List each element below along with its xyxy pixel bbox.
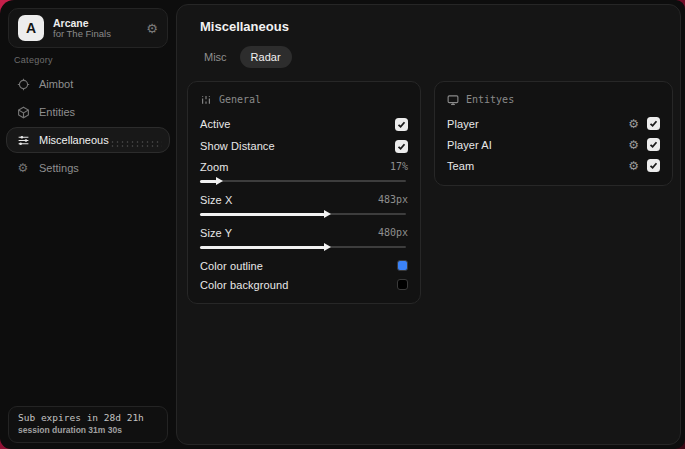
brand-gear-icon[interactable]: ⚙ [146,22,158,35]
setting-row-zoom: Zoom 17% [200,157,408,187]
setting-label: Show Distance [200,140,275,152]
setting-row-color-outline: Color outline [200,256,408,275]
subscription-status-card: Sub expires in 28d 21h session duration … [8,406,168,443]
entity-gear-icon[interactable]: ⚙ [628,139,639,151]
brand-logo: A [18,15,44,41]
color-background-swatch[interactable] [397,279,408,290]
entity-row-player: Player ⚙ [447,113,660,134]
check-icon [649,140,658,149]
slider-fill-and-thumb [200,180,217,183]
setting-row-color-background: Color background [200,275,408,294]
sidebar-item-aimbot[interactable]: Aimbot [6,71,170,97]
entities-card: Entityes Player ⚙ Player AI ⚙ [434,81,673,186]
entity-label: Team [447,160,474,172]
setting-label: Size Y [200,227,232,239]
equalizer-icon [200,94,212,106]
entity-gear-icon[interactable]: ⚙ [628,118,639,130]
size-y-slider[interactable] [200,242,408,253]
active-checkbox[interactable] [395,118,408,131]
entities-card-title: Entityes [466,94,514,105]
general-card: General Active Show Distance Z [187,81,421,304]
tab-radar[interactable]: Radar [240,46,292,68]
entity-row-team: Team ⚙ [447,155,660,176]
size-x-slider[interactable] [200,209,408,220]
session-duration-text: session duration 31m 30s [18,425,158,435]
page-title: Miscellaneous [200,19,289,34]
settings-cards: General Active Show Distance Z [187,81,673,304]
show-distance-checkbox[interactable] [395,140,408,153]
general-card-header: General [200,92,408,107]
setting-label: Zoom [200,161,229,173]
sidebar: A Arcane for The Finals ⚙ Category Aimbo… [0,0,176,449]
check-icon [397,142,406,151]
tab-misc[interactable]: Misc [193,46,238,68]
setting-label: Active [200,118,231,130]
app-window: A Arcane for The Finals ⚙ Category Aimbo… [0,0,685,449]
player-ai-checkbox[interactable] [647,138,660,151]
sidebar-item-label: Settings [39,162,79,174]
slider-fill-and-thumb [200,213,325,216]
monitor-icon [447,94,459,106]
slider-fill-and-thumb [200,246,325,249]
main-panel: Miscellaneous Misc Radar General [176,4,681,445]
setting-label: Color background [200,279,288,291]
entity-label: Player [447,118,479,130]
sidebar-item-entities[interactable]: Entities [6,99,170,125]
setting-row-size-y: Size Y 480px [200,223,408,253]
entity-gear-icon[interactable]: ⚙ [628,160,639,172]
entity-row-player-ai: Player AI ⚙ [447,134,660,155]
gear-icon: ⚙ [16,161,30,175]
check-icon [397,120,406,129]
brand-card: A Arcane for The Finals ⚙ [8,8,168,48]
sidebar-item-label: Aimbot [39,78,73,90]
size-y-value: 480px [378,227,408,238]
tab-bar: Misc Radar [193,46,292,68]
sidebar-item-label: Entities [39,106,75,118]
sidebar-item-label: Miscellaneous [39,134,109,146]
setting-label: Color outline [200,260,263,272]
setting-label: Size X [200,194,232,206]
team-checkbox[interactable] [647,159,660,172]
brand-name: Arcane [53,17,146,29]
category-label: Category [14,55,53,65]
sub-expiry-text: Sub expires in 28d 21h [18,412,158,423]
color-outline-swatch[interactable] [397,260,408,271]
setting-row-active: Active [200,113,408,135]
size-x-value: 483px [378,194,408,205]
sidebar-item-settings[interactable]: ⚙ Settings [6,155,170,181]
brand-text: Arcane for The Finals [53,17,146,40]
setting-row-size-x: Size X 483px [200,190,408,220]
setting-row-show-distance: Show Distance [200,135,408,157]
sliders-icon [16,133,30,147]
check-icon [649,119,658,128]
slider-track [200,180,406,182]
crosshair-icon [16,77,30,91]
entities-card-header: Entityes [447,92,660,107]
check-icon [649,161,658,170]
sidebar-item-miscellaneous[interactable]: Miscellaneous [6,127,170,153]
general-card-title: General [219,94,261,105]
brand-subtitle: for The Finals [53,29,146,40]
cube-icon [16,105,30,119]
zoom-slider[interactable] [200,176,408,187]
sidebar-nav: Aimbot Entities Miscella [6,71,170,183]
zoom-value: 17% [390,161,408,172]
entity-label: Player AI [447,139,492,151]
player-checkbox[interactable] [647,117,660,130]
